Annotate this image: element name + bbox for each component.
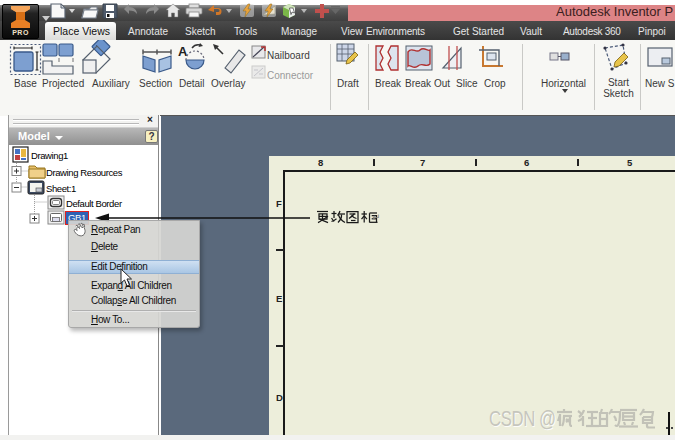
svg-text:A: A — [178, 44, 188, 59]
